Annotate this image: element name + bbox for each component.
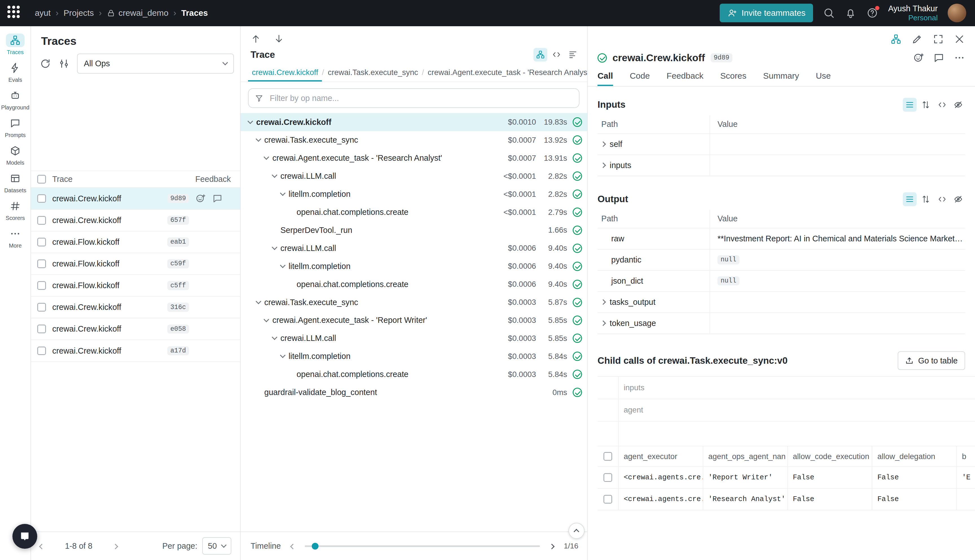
- trace-op-name[interactable]: crewai.Crew.kickoff: [52, 216, 121, 225]
- breadcrumb-entity[interactable]: ayut: [35, 8, 50, 18]
- breadcrumb-page[interactable]: Traces: [181, 8, 208, 18]
- open-trace-tree-icon[interactable]: [890, 33, 902, 45]
- tab-summary[interactable]: Summary: [763, 71, 799, 86]
- fullscreen-icon[interactable]: [933, 33, 944, 45]
- chevron-down-icon[interactable]: [264, 154, 269, 160]
- chevron-down-icon[interactable]: [272, 334, 277, 340]
- scroll-to-top-button[interactable]: [568, 523, 584, 539]
- trace-row[interactable]: crewai.Flow.kickoff c59f: [31, 253, 240, 275]
- row-checkbox[interactable]: [37, 281, 46, 290]
- column-header[interactable]: allow_delegation: [872, 447, 957, 467]
- span-row[interactable]: openai.chat.completions.create <$0.0001 …: [240, 203, 587, 222]
- span-row[interactable]: crewai.LLM.call $0.0006 9.40s: [240, 239, 587, 257]
- user-menu[interactable]: Ayush Thakur Personal: [888, 4, 938, 22]
- io-value[interactable]: **Investment Report: AI in Chemical and …: [718, 234, 965, 243]
- chevron-down-icon[interactable]: [264, 317, 269, 322]
- code-view-button[interactable]: [550, 48, 563, 62]
- sort-icon[interactable]: [919, 192, 933, 206]
- sidebar-item-datasets[interactable]: Datasets: [0, 172, 30, 194]
- op-name-filter-input[interactable]: [269, 93, 573, 103]
- span-row[interactable]: openai.chat.completions.create $0.0006 9…: [240, 275, 587, 293]
- span-row[interactable]: crewai.Task.execute_sync $0.0007 13.92s: [240, 131, 587, 149]
- chevron-down-icon[interactable]: [272, 245, 277, 250]
- op-filter-select[interactable]: All Ops: [77, 53, 234, 73]
- column-settings-icon[interactable]: [58, 58, 70, 69]
- chevron-down-icon[interactable]: [280, 263, 285, 268]
- chevron-down-icon[interactable]: [255, 136, 261, 142]
- sidebar-item-more[interactable]: More: [0, 227, 30, 249]
- sidebar-item-prompts[interactable]: Prompts: [0, 117, 30, 138]
- row-checkbox[interactable]: [37, 238, 46, 247]
- avatar[interactable]: [948, 4, 966, 22]
- chevron-down-icon[interactable]: [255, 298, 261, 304]
- span-row[interactable]: guardrail-validate_blog_content 0ms: [240, 383, 587, 402]
- chevron-right-icon[interactable]: [600, 299, 606, 305]
- span-row[interactable]: crewai.LLM.call <$0.0001 2.82s: [240, 167, 587, 185]
- bell-icon[interactable]: [845, 7, 856, 19]
- io-row[interactable]: inputs: [598, 155, 965, 176]
- tab-feedback[interactable]: Feedback: [667, 71, 704, 86]
- row-checkbox[interactable]: [603, 495, 612, 503]
- chat-support-button[interactable]: [12, 524, 37, 549]
- trace-row[interactable]: crewai.Crew.kickoff 657f: [31, 210, 240, 232]
- io-row[interactable]: json_dict null: [598, 271, 965, 292]
- trace-column-header[interactable]: Trace: [52, 175, 195, 184]
- trace-op-name[interactable]: crewai.Crew.kickoff: [52, 194, 121, 203]
- row-checkbox[interactable]: [37, 347, 46, 355]
- span-row[interactable]: SerperDevTool._run 1.66s: [240, 222, 587, 239]
- column-header[interactable]: b: [957, 447, 975, 467]
- span-row[interactable]: crewai.Agent.execute_task - 'Research An…: [240, 149, 587, 167]
- go-to-table-button[interactable]: Go to table: [898, 351, 965, 370]
- feedback-column-header[interactable]: Feedback: [195, 175, 240, 184]
- io-row[interactable]: self: [598, 134, 965, 155]
- chevron-right-icon[interactable]: [600, 141, 606, 147]
- wandb-logo[interactable]: [7, 6, 22, 21]
- column-header[interactable]: agent_ops_agent_nan: [703, 447, 788, 467]
- sidebar-item-playground[interactable]: Playground: [0, 89, 30, 111]
- tab-code[interactable]: Code: [630, 71, 650, 86]
- span-row[interactable]: crewai.Agent.execute_task - 'Report Writ…: [240, 311, 587, 329]
- io-row[interactable]: pydantic null: [598, 250, 965, 271]
- next-trace-icon[interactable]: [274, 33, 284, 44]
- trace-op-name[interactable]: crewai.Flow.kickoff: [52, 237, 119, 247]
- sidebar-item-evals[interactable]: Evals: [0, 61, 30, 83]
- breadcrumb-projects[interactable]: Projects: [63, 8, 93, 18]
- span-row[interactable]: litellm.completion <$0.0001 2.82s: [240, 185, 587, 203]
- trace-op-name[interactable]: crewai.Flow.kickoff: [52, 259, 119, 268]
- help-icon[interactable]: [866, 7, 878, 19]
- span-row[interactable]: crewai.Task.execute_sync $0.0003 5.87s: [240, 293, 587, 311]
- chevron-down-icon[interactable]: [280, 190, 285, 196]
- chevron-right-icon[interactable]: [600, 162, 606, 168]
- column-header[interactable]: allow_code_execution: [788, 447, 873, 467]
- prev-trace-icon[interactable]: [250, 33, 261, 44]
- child-call-row[interactable]: <crewai.agents.cre... 'Report Writer' Fa…: [598, 467, 975, 489]
- sidebar-item-traces[interactable]: Traces: [0, 33, 30, 55]
- child-call-row[interactable]: <crewai.agents.cre... 'Research Analyst'…: [598, 489, 975, 510]
- span-row[interactable]: openai.chat.completions.create $0.0003 5…: [240, 365, 587, 383]
- add-reaction-icon[interactable]: [913, 52, 924, 63]
- path-tab[interactable]: crewai.Task.execute_sync: [324, 68, 422, 81]
- add-note-icon[interactable]: [212, 193, 223, 203]
- tab-use[interactable]: Use: [816, 71, 831, 86]
- chevron-right-icon[interactable]: [600, 320, 606, 326]
- io-row[interactable]: tasks_output: [598, 292, 965, 313]
- sidebar-item-scorers[interactable]: Scorers: [0, 199, 30, 222]
- column-header[interactable]: agent_executor: [619, 447, 703, 467]
- trace-row[interactable]: crewai.Flow.kickoff c5ff: [31, 275, 240, 297]
- code-view-icon[interactable]: [935, 98, 949, 112]
- span-row[interactable]: litellm.completion $0.0003 5.84s: [240, 347, 587, 365]
- edit-icon[interactable]: [912, 33, 923, 45]
- hide-icon[interactable]: [951, 98, 965, 112]
- trace-op-name[interactable]: crewai.Crew.kickoff: [52, 346, 121, 355]
- close-icon[interactable]: [954, 33, 965, 45]
- io-row[interactable]: raw **Investment Report: AI in Chemical …: [598, 228, 965, 250]
- row-checkbox[interactable]: [37, 194, 46, 203]
- chevron-down-icon[interactable]: [280, 352, 285, 358]
- trace-op-name[interactable]: crewai.Flow.kickoff: [52, 281, 119, 290]
- refresh-icon[interactable]: [40, 58, 51, 69]
- prev-page-button[interactable]: [37, 539, 46, 553]
- invite-teammates-button[interactable]: Invite teammates: [720, 4, 813, 22]
- comment-icon[interactable]: [933, 52, 945, 63]
- trace-op-name[interactable]: crewai.Crew.kickoff: [52, 324, 121, 333]
- row-checkbox[interactable]: [37, 216, 46, 225]
